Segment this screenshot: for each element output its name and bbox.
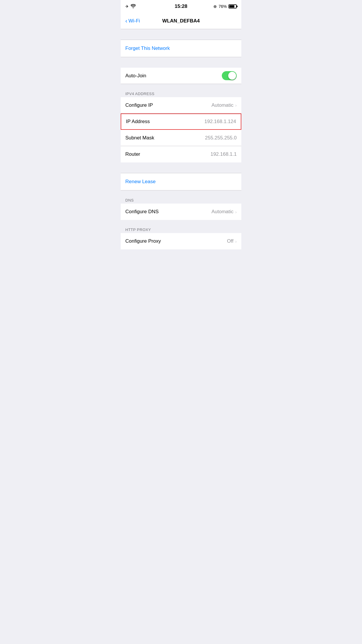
auto-join-toggle[interactable] (222, 71, 237, 80)
configure-dns-row[interactable]: Configure DNS Automatic › (121, 204, 241, 220)
ip-address-label: IP Address (126, 119, 150, 125)
router-label: Router (125, 151, 140, 157)
subnet-mask-row: Subnet Mask 255.255.255.0 (121, 130, 241, 146)
configure-proxy-row[interactable]: Configure Proxy Off › (121, 233, 241, 249)
nav-bar: ‹ Wi-Fi WLAN_DEFBA4 (121, 13, 241, 29)
gap-3 (121, 84, 241, 89)
subnet-mask-label: Subnet Mask (125, 135, 154, 141)
back-button[interactable]: ‹ Wi-Fi (125, 18, 140, 24)
gap-4 (121, 162, 241, 173)
auto-join-row: Auto-Join (121, 68, 241, 84)
wifi-icon (131, 4, 136, 9)
forget-network-row[interactable]: Forget This Network (121, 40, 241, 57)
ipv4-section-header: IPV4 ADDRESS (121, 89, 241, 97)
http-proxy-section-header: HTTP PROXY (121, 225, 241, 233)
chevron-left-icon: ‹ (125, 18, 127, 24)
battery-icon (229, 4, 237, 8)
battery-percent: 76% (219, 4, 227, 9)
back-label: Wi-Fi (129, 18, 140, 24)
auto-join-label: Auto-Join (125, 73, 146, 79)
gap-1 (121, 29, 241, 40)
renew-lease-button[interactable]: Renew Lease (125, 179, 156, 185)
status-right: ⊕ 76% (213, 4, 237, 9)
chevron-right-icon-2: › (235, 209, 237, 214)
toggle-knob (228, 72, 236, 80)
gap-6 (121, 220, 241, 225)
gap-2 (121, 57, 241, 68)
configure-proxy-value: Off › (227, 238, 237, 244)
status-time: 15:28 (175, 4, 187, 9)
forget-network-button[interactable]: Forget This Network (125, 46, 170, 51)
ip-address-value: 192.168.1.124 (204, 119, 236, 125)
router-row: Router 192.168.1.1 (121, 146, 241, 162)
page-title: WLAN_DEFBA4 (162, 18, 200, 24)
subnet-mask-value: 255.255.255.0 (205, 135, 237, 141)
ip-address-row: IP Address 192.168.1.124 (121, 113, 241, 130)
dns-section-header: DNS (121, 196, 241, 204)
configure-dns-value: Automatic › (211, 209, 237, 215)
configure-dns-label: Configure DNS (125, 209, 159, 215)
configure-proxy-label: Configure Proxy (125, 238, 161, 244)
configure-ip-row[interactable]: Configure IP Automatic › (121, 97, 241, 113)
chevron-right-icon-3: › (235, 239, 237, 244)
router-value: 192.168.1.1 (210, 151, 237, 157)
status-left: ✈ (125, 4, 136, 9)
chevron-right-icon: › (235, 103, 237, 108)
airplane-icon: ✈ (125, 4, 129, 9)
renew-lease-row[interactable]: Renew Lease (121, 173, 241, 190)
configure-ip-value: Automatic › (211, 102, 237, 108)
lock-rotation-icon: ⊕ (213, 4, 217, 9)
configure-ip-label: Configure IP (125, 102, 153, 108)
status-bar: ✈ 15:28 ⊕ 76% (121, 0, 241, 13)
gap-5 (121, 190, 241, 196)
